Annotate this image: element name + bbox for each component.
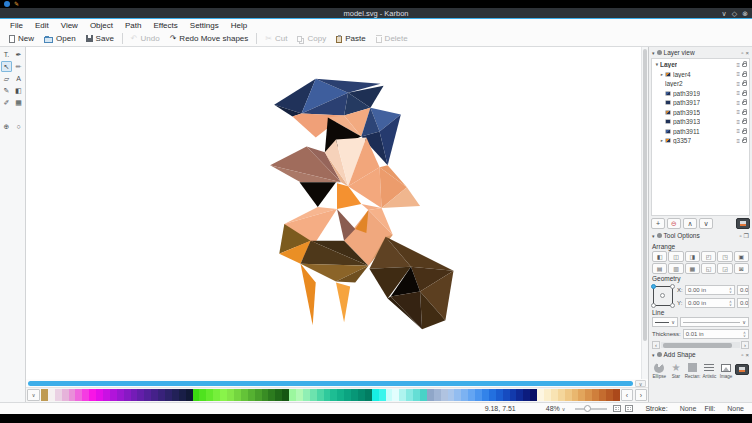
delete-layer-button[interactable]: ⊖ xyxy=(667,218,681,229)
raise-shape-button[interactable]: ◰ xyxy=(701,251,716,262)
color-swatch-73[interactable] xyxy=(544,389,551,401)
color-swatch-61[interactable] xyxy=(461,389,468,401)
color-swatch-55[interactable] xyxy=(420,389,427,401)
layer-row-path3917[interactable]: path3917≡ xyxy=(652,98,749,108)
layer-row-layer4[interactable]: ▸layer4≡ xyxy=(652,70,749,80)
save-button[interactable]: Save xyxy=(81,33,119,44)
vertical-scrollbar[interactable] xyxy=(641,47,648,379)
properties-icon[interactable]: ≡ xyxy=(736,71,740,77)
y-position-spinbox[interactable]: 0.00 in ∧∨ xyxy=(685,298,735,308)
layer-row-layer[interactable]: ▾Layer≡ xyxy=(652,60,749,70)
properties-icon[interactable]: ≡ xyxy=(736,119,740,125)
color-swatch-47[interactable] xyxy=(365,389,372,401)
color-swatch-64[interactable] xyxy=(482,389,489,401)
artistic-text-tool[interactable]: A xyxy=(13,73,24,84)
color-swatch-0[interactable] xyxy=(41,389,48,401)
properties-icon[interactable]: ≡ xyxy=(736,90,740,96)
new-button[interactable]: New xyxy=(4,33,39,44)
color-swatch-52[interactable] xyxy=(399,389,406,401)
scroll-left-button[interactable]: ‹ xyxy=(652,341,660,349)
layer-row-path3913[interactable]: path3913≡ xyxy=(652,117,749,127)
color-swatch-78[interactable] xyxy=(578,389,585,401)
height-spinbox[interactable]: 0.0 xyxy=(737,298,749,308)
color-swatch-29[interactable] xyxy=(241,389,248,401)
color-swatch-51[interactable] xyxy=(392,389,399,401)
color-swatch-32[interactable] xyxy=(262,389,269,401)
color-swatch-68[interactable] xyxy=(510,389,517,401)
color-swatch-13[interactable] xyxy=(131,389,138,401)
color-swatch-42[interactable] xyxy=(330,389,337,401)
menu-item-edit[interactable]: Edit xyxy=(29,21,55,30)
pattern-tool[interactable]: ▦ xyxy=(13,97,24,108)
color-swatch-35[interactable] xyxy=(282,389,289,401)
gradient-tool[interactable]: ◧ xyxy=(13,85,24,96)
collapse-icon[interactable]: ▾ xyxy=(652,50,655,56)
add-star-button[interactable]: ★Star xyxy=(669,362,684,379)
align-hcenter-button[interactable]: ◫ xyxy=(668,251,683,262)
color-swatch-2[interactable] xyxy=(55,389,62,401)
color-swatch-18[interactable] xyxy=(165,389,172,401)
color-swatch-38[interactable] xyxy=(303,389,310,401)
artwork-polygon[interactable] xyxy=(391,292,422,330)
color-swatch-12[interactable] xyxy=(124,389,131,401)
menu-item-view[interactable]: View xyxy=(55,21,84,30)
color-swatch-43[interactable] xyxy=(337,389,344,401)
scroll-down-button[interactable]: ∨ xyxy=(635,380,646,387)
close-panel-icon[interactable]: × xyxy=(745,352,749,358)
anchor-bottom-right[interactable] xyxy=(670,303,675,308)
float-panel-icon[interactable]: ▫ xyxy=(739,233,741,239)
line-style-combobox[interactable]: ∨ xyxy=(652,317,678,327)
palette-scroll-left-button[interactable]: ‹ xyxy=(621,389,633,401)
paste-button[interactable]: Paste xyxy=(331,33,370,44)
anchor-center[interactable] xyxy=(660,293,665,298)
zoom-select[interactable]: 48%∨ xyxy=(546,405,566,412)
color-swatch-71[interactable] xyxy=(530,389,537,401)
vertical-scrollbar-thumb[interactable] xyxy=(643,49,647,341)
close-panel-icon[interactable]: × xyxy=(745,50,749,56)
collapse-icon[interactable]: ▾ xyxy=(652,233,655,239)
view-mode-button[interactable] xyxy=(736,218,750,229)
pen-tool[interactable]: ✒ xyxy=(13,49,24,60)
color-swatch-36[interactable] xyxy=(289,389,296,401)
add-artistic-text-button[interactable]: Artistic xyxy=(702,362,717,379)
align-left-button[interactable]: ◧ xyxy=(652,251,667,262)
minimize-button[interactable]: ∨ xyxy=(722,10,727,17)
color-swatch-67[interactable] xyxy=(503,389,510,401)
color-swatch-10[interactable] xyxy=(110,389,117,401)
color-swatch-19[interactable] xyxy=(172,389,179,401)
menu-item-file[interactable]: File xyxy=(4,21,29,30)
lower-shape-button[interactable]: ◳ xyxy=(717,251,732,262)
color-swatch-48[interactable] xyxy=(372,389,379,401)
float-panel-icon[interactable]: ▫ xyxy=(741,352,743,358)
lock-icon[interactable] xyxy=(742,101,747,105)
color-swatch-17[interactable] xyxy=(158,389,165,401)
color-swatch-81[interactable] xyxy=(599,389,606,401)
properties-icon[interactable]: ≡ xyxy=(736,138,740,144)
fit-page-icon[interactable] xyxy=(613,405,621,412)
color-swatch-5[interactable] xyxy=(75,389,82,401)
raise-layer-button[interactable]: ∧ xyxy=(683,218,697,229)
send-back-button[interactable]: ⊠ xyxy=(734,263,749,274)
color-swatch-54[interactable] xyxy=(413,389,420,401)
color-swatch-50[interactable] xyxy=(386,389,393,401)
layer-row-path3915[interactable]: path3915≡ xyxy=(652,108,749,118)
color-swatch-40[interactable] xyxy=(317,389,324,401)
scroll-right-button[interactable]: › xyxy=(741,341,749,349)
color-swatch-11[interactable] xyxy=(117,389,124,401)
color-swatch-45[interactable] xyxy=(351,389,358,401)
color-swatch-58[interactable] xyxy=(441,389,448,401)
pencil-tool[interactable]: ✏ xyxy=(13,61,24,72)
color-swatch-72[interactable] xyxy=(537,389,544,401)
color-swatch-4[interactable] xyxy=(69,389,76,401)
layer-row-g3357[interactable]: ▸g3357≡ xyxy=(652,136,749,146)
properties-icon[interactable]: ≡ xyxy=(736,109,740,115)
fit-width-icon[interactable] xyxy=(625,405,633,412)
color-swatch-30[interactable] xyxy=(248,389,255,401)
menu-item-effects[interactable]: Effects xyxy=(147,21,183,30)
menu-item-path[interactable]: Path xyxy=(119,21,147,30)
color-swatch-56[interactable] xyxy=(427,389,434,401)
detach-panel-icon[interactable]: ❐ xyxy=(744,233,749,239)
color-swatch-79[interactable] xyxy=(585,389,592,401)
redo-move-shapes-button[interactable]: Redo Move shapes xyxy=(165,33,254,44)
titlebar[interactable]: model.svg - Karbon ∨ ◇ ⊗ xyxy=(0,8,752,19)
